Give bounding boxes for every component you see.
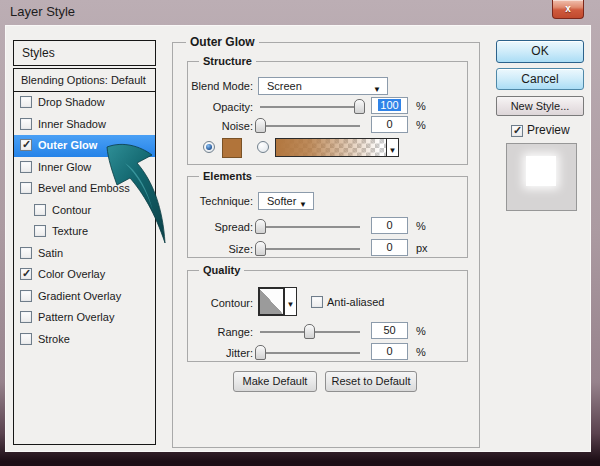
technique-select[interactable]: Softer ▼ xyxy=(258,192,314,210)
jitter-unit: % xyxy=(416,346,426,358)
jitter-label: Jitter: xyxy=(180,347,253,359)
spread-slider-thumb[interactable] xyxy=(255,219,266,234)
sidebar-item-satin[interactable]: Satin xyxy=(14,243,155,265)
style-enabled-checkbox[interactable] xyxy=(20,118,32,130)
preview-thumbnail xyxy=(506,143,577,211)
size-input[interactable]: 0 xyxy=(371,239,408,256)
sidebar-item-label: Bevel and Emboss xyxy=(38,182,130,194)
sidebar-item-contour[interactable]: Contour xyxy=(14,200,155,222)
style-enabled-checkbox[interactable] xyxy=(20,268,32,280)
sidebar-item-label: Texture xyxy=(52,225,88,237)
anti-aliased-label: Anti-aliased xyxy=(327,296,384,308)
blend-mode-select[interactable]: Screen ▼ xyxy=(258,77,388,95)
sidebar-item-label: Pattern Overlay xyxy=(38,311,114,323)
title-bar: Layer Style x xyxy=(0,0,600,25)
sidebar-item-label: Satin xyxy=(38,247,63,259)
opacity-slider-track xyxy=(260,106,360,108)
make-default-button[interactable]: Make Default xyxy=(233,371,317,392)
style-enabled-checkbox[interactable] xyxy=(20,247,32,259)
range-slider-thumb[interactable] xyxy=(304,324,315,339)
sidebar-item-bevel-and-emboss[interactable]: Bevel and Emboss xyxy=(14,178,155,200)
opacity-unit: % xyxy=(416,100,426,112)
size-label: Size: xyxy=(180,243,253,255)
technique-value: Softer xyxy=(267,195,296,207)
preview-checkbox[interactable] xyxy=(511,125,523,137)
gradient-radio[interactable] xyxy=(257,141,269,153)
chevron-down-icon: ▼ xyxy=(299,197,307,213)
sidebar-item-label: Stroke xyxy=(38,333,70,345)
jitter-slider-track xyxy=(260,352,360,354)
sidebar-item-label: Color Overlay xyxy=(38,268,105,280)
range-unit: % xyxy=(416,325,426,337)
gradient-picker-button[interactable]: ▼ xyxy=(386,138,399,157)
sidebar-item-label: Inner Shadow xyxy=(38,118,106,130)
range-value: 50 xyxy=(383,324,395,336)
spread-slider-track xyxy=(260,226,360,228)
window-title: Layer Style xyxy=(10,4,75,19)
preview-glow-square xyxy=(526,156,556,186)
contour-thumbnail[interactable] xyxy=(258,287,285,316)
sidebar-item-gradient-overlay[interactable]: Gradient Overlay xyxy=(14,286,155,308)
noise-slider-track xyxy=(260,125,360,127)
quality-legend: Quality xyxy=(199,264,244,276)
blend-mode-label: Blend Mode: xyxy=(180,80,253,92)
size-slider-track xyxy=(260,248,360,250)
elements-legend: Elements xyxy=(199,170,256,182)
style-enabled-checkbox[interactable] xyxy=(34,225,46,237)
opacity-input[interactable]: 100 xyxy=(371,97,408,114)
style-enabled-checkbox[interactable] xyxy=(20,161,32,173)
sidebar-item-blending-options[interactable]: Blending Options: Default xyxy=(14,69,155,92)
chevron-down-icon: ▼ xyxy=(287,300,295,309)
sidebar-item-outer-glow[interactable]: Outer Glow xyxy=(14,135,155,157)
sidebar-item-drop-shadow[interactable]: Drop Shadow xyxy=(14,92,155,114)
style-enabled-checkbox[interactable] xyxy=(20,182,32,194)
close-icon: x xyxy=(565,3,571,14)
anti-aliased-checkbox[interactable] xyxy=(311,296,323,308)
style-enabled-checkbox[interactable] xyxy=(20,96,32,108)
size-slider-thumb[interactable] xyxy=(255,241,266,256)
sidebar-item-inner-glow[interactable]: Inner Glow xyxy=(14,157,155,179)
sidebar-item-inner-shadow[interactable]: Inner Shadow xyxy=(14,114,155,136)
close-button[interactable]: x xyxy=(552,0,584,19)
reset-to-default-button[interactable]: Reset to Default xyxy=(325,371,417,392)
noise-input[interactable]: 0 xyxy=(371,116,408,133)
sidebar-item-texture[interactable]: Texture xyxy=(14,221,155,243)
preview-label: Preview xyxy=(527,123,570,137)
structure-legend: Structure xyxy=(199,55,256,67)
spread-input[interactable]: 0 xyxy=(371,217,408,234)
ok-button[interactable]: OK xyxy=(496,40,584,63)
contour-picker-button[interactable]: ▼ xyxy=(285,287,297,316)
new-style-button[interactable]: New Style... xyxy=(496,96,584,116)
sidebar-item-label: Drop Shadow xyxy=(38,96,105,108)
style-enabled-checkbox[interactable] xyxy=(20,139,32,151)
noise-slider-thumb[interactable] xyxy=(255,118,266,133)
styles-panel-header: Styles xyxy=(13,40,156,66)
chevron-down-icon: ▼ xyxy=(373,82,381,98)
jitter-input[interactable]: 0 xyxy=(371,343,408,360)
range-label: Range: xyxy=(180,326,253,338)
gradient-preview-bar[interactable] xyxy=(275,138,387,157)
solid-color-radio[interactable] xyxy=(203,141,215,153)
sidebar-item-color-overlay[interactable]: Color Overlay xyxy=(14,264,155,286)
opacity-value: 100 xyxy=(378,99,400,111)
noise-value: 0 xyxy=(386,118,392,130)
sidebar-item-label: Gradient Overlay xyxy=(38,290,121,302)
opacity-slider-thumb[interactable] xyxy=(354,99,365,114)
range-input[interactable]: 50 xyxy=(371,322,408,339)
sidebar-item-label: Contour xyxy=(52,204,91,216)
style-enabled-checkbox[interactable] xyxy=(20,311,32,323)
styles-title: Styles xyxy=(22,46,55,60)
sidebar-item-label: Outer Glow xyxy=(38,139,97,151)
style-enabled-checkbox[interactable] xyxy=(20,333,32,345)
layer-style-window: Layer Style x Styles Blending Options: D… xyxy=(0,0,600,466)
jitter-slider-thumb[interactable] xyxy=(255,345,266,360)
styles-list: Blending Options: Default Drop ShadowInn… xyxy=(13,68,156,445)
style-enabled-checkbox[interactable] xyxy=(34,204,46,216)
opacity-label: Opacity: xyxy=(180,101,253,113)
sidebar-item-pattern-overlay[interactable]: Pattern Overlay xyxy=(14,307,155,329)
style-enabled-checkbox[interactable] xyxy=(20,290,32,302)
cancel-button[interactable]: Cancel xyxy=(496,68,584,90)
sidebar-item-stroke[interactable]: Stroke xyxy=(14,329,155,351)
spread-value: 0 xyxy=(386,219,392,231)
glow-color-swatch[interactable] xyxy=(222,138,242,158)
